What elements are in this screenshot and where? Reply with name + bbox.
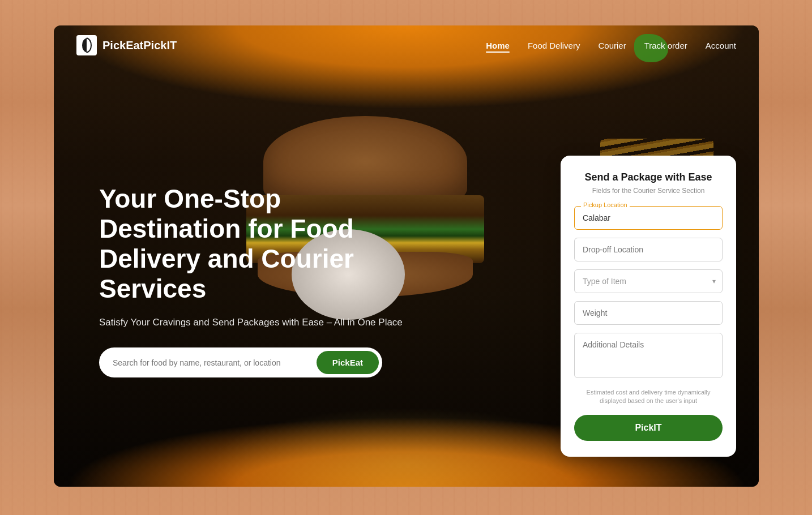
search-bar: PickEat xyxy=(99,347,382,377)
dropoff-input[interactable] xyxy=(574,238,723,261)
package-form-card: Send a Package with Ease Fields for the … xyxy=(561,156,736,457)
details-textarea[interactable] xyxy=(574,333,723,378)
type-select-wrapper: Type of Item Documents Electronics Cloth… xyxy=(574,269,723,293)
nav-account[interactable]: Account xyxy=(706,41,736,50)
pickup-field: Pickup Location xyxy=(574,206,723,230)
weight-input[interactable] xyxy=(574,301,723,325)
hero-content: Your One-Stop Destination for Food Deliv… xyxy=(99,184,428,377)
estimated-cost-text: Estimated cost and delivery time dynamic… xyxy=(574,388,723,406)
pick-eat-button[interactable]: PickEat xyxy=(317,351,379,374)
nav-courier[interactable]: Courier xyxy=(598,41,626,50)
type-field: Type of Item Documents Electronics Cloth… xyxy=(574,269,723,293)
logo-text: PickEatPickIT xyxy=(102,39,177,52)
dropoff-field xyxy=(574,238,723,261)
nav-track-order[interactable]: Track order xyxy=(644,41,687,50)
nav-home[interactable]: Home xyxy=(486,41,510,50)
logo-icon xyxy=(76,35,97,55)
pickup-input[interactable] xyxy=(574,206,723,230)
hero-title: Your One-Stop Destination for Food Deliv… xyxy=(99,184,428,304)
pickup-label: Pickup Location xyxy=(581,201,630,208)
search-input[interactable] xyxy=(113,358,317,367)
logo[interactable]: PickEatPickIT xyxy=(76,35,177,55)
pick-it-button[interactable]: PickIT xyxy=(574,415,723,441)
details-field xyxy=(574,333,723,380)
main-container: PickEatPickIT Home Food Delivery Courier… xyxy=(54,25,759,487)
nav-links: Home Food Delivery Courier Track order A… xyxy=(486,41,736,50)
type-select[interactable]: Type of Item Documents Electronics Cloth… xyxy=(574,269,723,293)
navbar: PickEatPickIT Home Food Delivery Courier… xyxy=(54,25,759,65)
weight-field xyxy=(574,301,723,325)
nav-food-delivery[interactable]: Food Delivery xyxy=(528,41,580,50)
form-subtitle: Fields for the Courier Service Section xyxy=(574,187,723,195)
form-title: Send a Package with Ease xyxy=(574,171,723,183)
hero-subtitle: Satisfy Your Cravings and Send Packages … xyxy=(99,315,428,330)
